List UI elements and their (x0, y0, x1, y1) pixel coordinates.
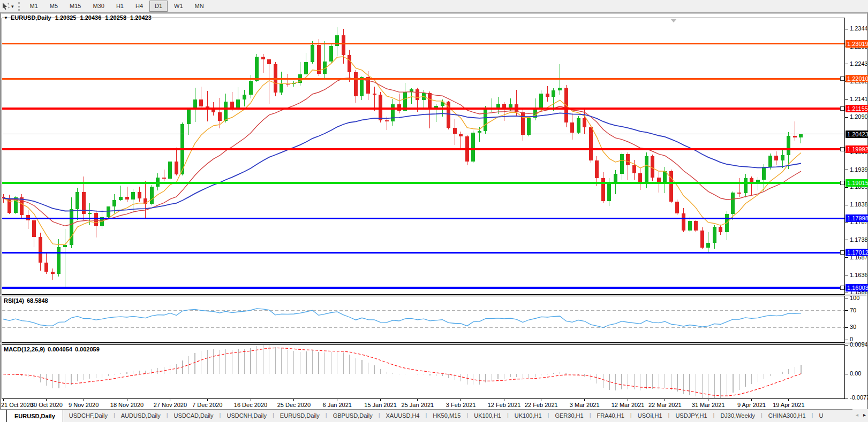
rsi-layer (2, 309, 844, 328)
dropdown-caret-icon[interactable]: ▾ (11, 4, 14, 9)
level-handle-1.16003[interactable] (840, 286, 844, 290)
chart-tab-eurusd-daily[interactable]: EURUSD,Daily (274, 410, 326, 422)
timeframe-button-h1[interactable]: H1 (111, 1, 129, 12)
chart-tab-u[interactable]: U (813, 410, 829, 422)
chart-tab-dj30-weekly[interactable]: DJ30,Weekly (714, 410, 761, 422)
timeframe-button-m15[interactable]: M15 (64, 1, 86, 12)
tab-scroll-right-icon[interactable]: ▸ (863, 412, 866, 422)
macd-signal-line (3, 348, 801, 396)
timeframe-button-w1[interactable]: W1 (169, 1, 188, 12)
timeframe-button-d1[interactable]: D1 (149, 1, 168, 12)
chart-tab-hk50-m15[interactable]: HK50,M15 (427, 410, 466, 422)
chart-tab-china300-h1[interactable]: CHINA300,H1 (763, 410, 812, 422)
toolbar-grip[interactable] (18, 2, 20, 11)
tab-scroll-left-icon[interactable]: ◂ (856, 412, 858, 422)
chart-canvas[interactable] (0, 0, 868, 422)
moving-averages-layer (3, 57, 801, 245)
chart-tab-gbpusd-daily[interactable]: GBPUSD,Daily (327, 410, 379, 422)
timeframe-button-m1[interactable]: M1 (25, 1, 43, 12)
moving-average-line-8 (3, 57, 801, 245)
chart-tab-usdchf-daily[interactable]: USDCHF,Daily (63, 410, 114, 422)
crosshair-cursor-tool-icon[interactable] (1, 2, 11, 11)
timeframe-button-m30[interactable]: M30 (88, 1, 110, 12)
chart-shift-marker-icon[interactable] (670, 19, 677, 22)
chart-tab-eurusd-daily[interactable]: EURUSD,Daily (6, 409, 63, 422)
level-handle-1.21155[interactable] (840, 107, 844, 111)
timeframe-button-h4[interactable]: H4 (130, 1, 148, 12)
candles-layer (2, 27, 803, 287)
chart-tab-ger30-h1[interactable]: GER30,H1 (549, 410, 589, 422)
chart-tab-bar: EURUSD,DailyUSDCHF,Daily|AUDUSD,Daily|US… (0, 409, 868, 422)
moving-average-line-21 (3, 78, 801, 226)
moving-average-line-55 (3, 113, 801, 211)
chart-tab-uk100-h1[interactable]: UK100,H1 (509, 410, 548, 422)
timeframe-button-m5[interactable]: M5 (44, 1, 63, 12)
chart-tab-audusd-daily[interactable]: AUDUSD,Daily (115, 410, 167, 422)
level-handle-1.17012[interactable] (840, 251, 844, 255)
chart-tab-xauusd-h4[interactable]: XAUUSD,H4 (380, 410, 426, 422)
timeframe-button-group: M1M5M15M30H1H4D1W1MN (24, 1, 210, 12)
tab-scroll-buttons: ◂ ▸ (852, 409, 868, 422)
cursor-arrow-icon (2, 2, 10, 11)
timeframe-button-mn[interactable]: MN (190, 1, 209, 12)
chart-tab-usdcnh-daily[interactable]: USDCNH,Daily (221, 410, 273, 422)
horizontal-level-lines[interactable] (2, 44, 844, 290)
level-handle-1.22010[interactable] (840, 77, 844, 81)
level-handle-1.19015[interactable] (840, 181, 844, 185)
chart-tab-fra40-h1[interactable]: FRA40,H1 (591, 410, 630, 422)
chart-tab-usoil-h1[interactable]: USOil,H1 (632, 410, 668, 422)
panel-borders (2, 18, 845, 399)
tab-stub[interactable] (0, 410, 6, 422)
chart-tab-usdcad-daily[interactable]: USDCAD,Daily (168, 410, 220, 422)
level-handle-1.19992[interactable] (840, 147, 844, 151)
rsi-line (3, 309, 801, 328)
chart-tab-uk100-h1[interactable]: UK100,H1 (468, 410, 507, 422)
top-toolbar: ▾ M1M5M15M30H1H4D1W1MN (0, 0, 868, 13)
chart-tab-usdjpy-h1[interactable]: USDJPY,H1 (669, 410, 713, 422)
macd-layer (3, 345, 801, 398)
